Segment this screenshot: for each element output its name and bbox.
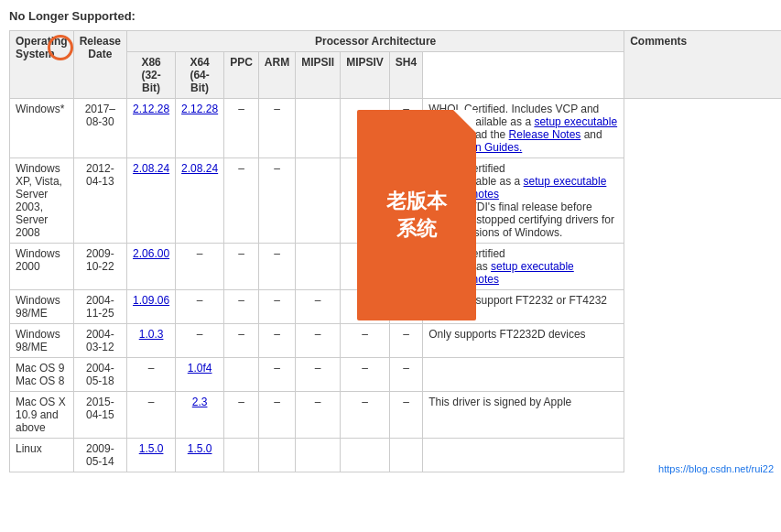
cell-os: Windows* bbox=[10, 99, 74, 158]
table-row: Mac OS X 10.9 and above2015-04-15–2.3–––… bbox=[10, 392, 782, 439]
cell-os: Mac OS 9 Mac OS 8 bbox=[10, 358, 74, 392]
cell-os: Windows XP, Vista, Server 2003, Server 2… bbox=[10, 158, 74, 244]
circle-indicator bbox=[48, 35, 73, 60]
cell-x86: 1.09.06 bbox=[127, 290, 176, 324]
cell-sh4: – bbox=[389, 358, 422, 392]
cell-x86: – bbox=[127, 392, 176, 439]
cell-comments bbox=[423, 358, 624, 392]
watermark: https://blog.csdn.net/rui22 bbox=[658, 463, 774, 474]
cell-x86: 2.06.00 bbox=[127, 244, 176, 290]
col-x86: X86(32-Bit) bbox=[127, 52, 176, 99]
cell-x86: 2.08.24 bbox=[127, 158, 176, 244]
cell-date: 2004-11-25 bbox=[73, 290, 126, 324]
cell-x64: 2.08.24 bbox=[176, 158, 224, 244]
overlay-line1: 老版本 bbox=[386, 188, 447, 215]
cell-date: 2004-05-18 bbox=[73, 358, 126, 392]
x64-link[interactable]: 2.3 bbox=[192, 396, 208, 408]
cell-mipsii bbox=[296, 99, 341, 158]
cell-arm bbox=[258, 439, 295, 472]
col-x64: X64(64-Bit) bbox=[176, 52, 224, 99]
cell-arm: – bbox=[258, 392, 295, 439]
x64-link[interactable]: 2.12.28 bbox=[181, 103, 218, 115]
x86-link[interactable]: 1.0.3 bbox=[139, 328, 164, 341]
cell-sh4: – bbox=[389, 324, 422, 358]
cell-date: 2009-10-22 bbox=[73, 244, 126, 290]
comment-link[interactable]: setup executable bbox=[534, 115, 617, 128]
col-date: ReleaseDate bbox=[73, 31, 126, 99]
cell-x64: 1.5.0 bbox=[176, 439, 224, 472]
comment-link[interactable]: setup executable bbox=[524, 175, 607, 188]
cell-date: 2009-05-14 bbox=[73, 439, 126, 472]
cell-ppc: – bbox=[224, 244, 259, 290]
cell-sh4: – bbox=[389, 392, 422, 439]
col-mipsiv: MIPSIV bbox=[341, 52, 390, 99]
cell-mipsii: – bbox=[296, 324, 341, 358]
col-mipsii: MIPSII bbox=[296, 52, 341, 99]
cell-sh4 bbox=[389, 439, 422, 472]
cell-date: 2004-03-12 bbox=[73, 324, 126, 358]
comment-link[interactable]: setup executable bbox=[491, 260, 574, 273]
cell-x86: 1.0.3 bbox=[127, 324, 176, 358]
cell-comments: Only supports FT2232D devices bbox=[423, 324, 624, 358]
cell-os: Windows 98/ME bbox=[10, 290, 74, 324]
cell-os: Mac OS X 10.9 and above bbox=[10, 392, 74, 439]
cell-ppc: – bbox=[224, 99, 259, 158]
cell-arm: – bbox=[258, 324, 295, 358]
cell-mipsiv: – bbox=[341, 358, 390, 392]
cell-arm: – bbox=[258, 99, 295, 158]
cell-mipsii: – bbox=[296, 392, 341, 439]
cell-arm: – bbox=[258, 158, 295, 244]
cell-x64: – bbox=[176, 290, 224, 324]
cell-x86: 2.12.28 bbox=[127, 99, 176, 158]
cell-arm: – bbox=[258, 358, 295, 392]
col-arm: ARM bbox=[258, 52, 295, 99]
processor-arch-header: Processor Architecture bbox=[127, 31, 624, 52]
cell-ppc: – bbox=[224, 392, 259, 439]
table-row: Mac OS 9 Mac OS 82004-05-18–1.0f4–––– bbox=[10, 358, 782, 392]
cell-os: Windows 98/ME bbox=[10, 324, 74, 358]
x86-link[interactable]: 2.08.24 bbox=[133, 162, 169, 175]
cell-mipsii bbox=[296, 439, 341, 472]
cell-date: 2015-04-15 bbox=[73, 392, 126, 439]
cell-comments bbox=[423, 439, 624, 472]
x86-link[interactable]: 1.5.0 bbox=[139, 442, 164, 455]
x86-link[interactable]: 1.09.06 bbox=[133, 294, 169, 307]
cell-date: 2017–08-30 bbox=[73, 99, 126, 158]
x86-link[interactable]: 2.06.00 bbox=[133, 247, 169, 260]
col-sh4: SH4 bbox=[389, 52, 422, 99]
cell-x64: – bbox=[176, 244, 224, 290]
cell-mipsii bbox=[296, 244, 341, 290]
x86-link[interactable]: 2.12.28 bbox=[133, 103, 169, 115]
cell-x86: 1.5.0 bbox=[127, 439, 176, 472]
cell-ppc bbox=[224, 358, 259, 392]
cell-mipsiv bbox=[341, 439, 390, 472]
cell-mipsii: – bbox=[296, 290, 341, 324]
cell-os: Linux bbox=[10, 439, 74, 472]
cell-x64: – bbox=[176, 324, 224, 358]
overlay-line2: 系统 bbox=[396, 215, 437, 243]
cell-mipsiv: – bbox=[341, 324, 390, 358]
cell-date: 2012-04-13 bbox=[73, 158, 126, 244]
cell-mipsii: – bbox=[296, 358, 341, 392]
x64-link[interactable]: 1.5.0 bbox=[188, 442, 212, 455]
cell-x86: – bbox=[127, 358, 176, 392]
comment-link[interactable]: Release Notes bbox=[509, 128, 581, 141]
x64-link[interactable]: 2.08.24 bbox=[181, 162, 218, 175]
col-comments: Comments bbox=[624, 31, 781, 99]
x64-link[interactable]: 1.0f4 bbox=[188, 362, 212, 375]
old-version-overlay: 老版本 系统 bbox=[357, 110, 476, 320]
col-ppc: PPC bbox=[224, 52, 259, 99]
cell-mipsiv: – bbox=[341, 392, 390, 439]
cell-x64: 2.12.28 bbox=[176, 99, 224, 158]
cell-ppc: – bbox=[224, 324, 259, 358]
cell-ppc bbox=[224, 439, 259, 472]
cell-x64: 2.3 bbox=[176, 392, 224, 439]
no-longer-supported-label: No Longer Supported: bbox=[9, 9, 772, 23]
table-row: Windows 98/ME2004-03-121.0.3––––––Only s… bbox=[10, 324, 782, 358]
cell-x64: 1.0f4 bbox=[176, 358, 224, 392]
cell-ppc: – bbox=[224, 290, 259, 324]
cell-arm: – bbox=[258, 290, 295, 324]
cell-arm: – bbox=[258, 244, 295, 290]
cell-ppc: – bbox=[224, 158, 259, 244]
cell-mipsii bbox=[296, 158, 341, 244]
